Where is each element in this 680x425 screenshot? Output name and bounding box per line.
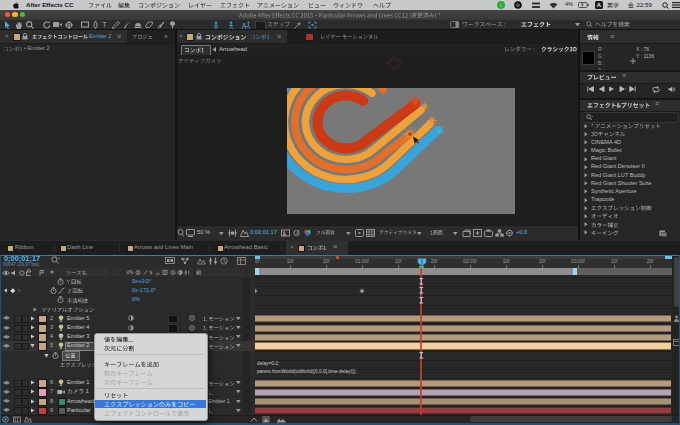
svg-text:fx: fx xyxy=(156,271,160,276)
svg-text:A: A xyxy=(597,2,602,8)
